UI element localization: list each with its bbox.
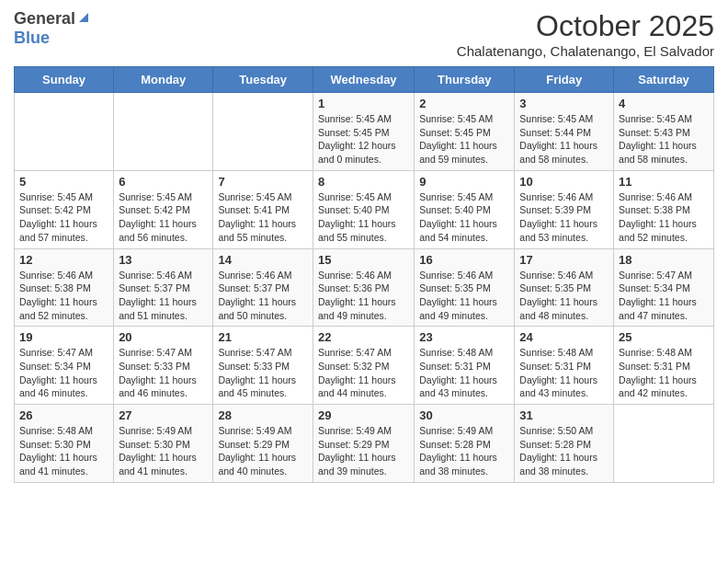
day-number: 18 [619,253,709,267]
calendar-cell: 16Sunrise: 5:46 AM Sunset: 5:35 PM Dayli… [415,248,515,327]
day-info: Sunrise: 5:46 AM Sunset: 5:35 PM Dayligh… [419,269,509,323]
calendar-cell: 4Sunrise: 5:45 AM Sunset: 5:43 PM Daylig… [614,93,714,171]
calendar-week-row: 5Sunrise: 5:45 AM Sunset: 5:42 PM Daylig… [15,170,714,248]
calendar-cell: 13Sunrise: 5:46 AM Sunset: 5:37 PM Dayli… [114,248,213,327]
calendar-cell: 26Sunrise: 5:48 AM Sunset: 5:30 PM Dayli… [15,405,114,483]
calendar-cell: 17Sunrise: 5:46 AM Sunset: 5:35 PM Dayli… [515,248,614,327]
day-info: Sunrise: 5:46 AM Sunset: 5:35 PM Dayligh… [519,269,609,323]
day-info: Sunrise: 5:45 AM Sunset: 5:40 PM Dayligh… [419,190,509,245]
page: General Blue October 2025 Chalatenango, … [0,0,728,563]
day-number: 3 [519,97,609,110]
calendar-cell: 28Sunrise: 5:49 AM Sunset: 5:29 PM Dayli… [213,405,313,483]
day-number: 4 [619,97,709,110]
logo-triangle-icon [77,11,90,28]
calendar-cell: 29Sunrise: 5:49 AM Sunset: 5:29 PM Dayli… [313,405,414,483]
day-number: 23 [419,330,509,344]
calendar-cell [114,93,213,171]
weekday-header-friday: Friday [515,67,614,93]
day-number: 2 [419,97,509,110]
calendar-cell: 27Sunrise: 5:49 AM Sunset: 5:30 PM Dayli… [114,405,213,483]
calendar-cell: 6Sunrise: 5:45 AM Sunset: 5:42 PM Daylig… [114,170,213,248]
day-info: Sunrise: 5:45 AM Sunset: 5:44 PM Dayligh… [519,112,609,167]
day-number: 16 [419,253,509,267]
calendar-cell: 24Sunrise: 5:48 AM Sunset: 5:31 PM Dayli… [515,327,614,405]
weekday-header-tuesday: Tuesday [213,67,313,93]
weekday-header-saturday: Saturday [614,67,714,93]
day-number: 7 [218,175,308,189]
weekday-header-row: SundayMondayTuesdayWednesdayThursdayFrid… [15,67,714,93]
day-number: 6 [119,175,208,189]
day-number: 9 [419,175,509,189]
calendar-cell: 25Sunrise: 5:48 AM Sunset: 5:31 PM Dayli… [614,327,714,405]
day-info: Sunrise: 5:46 AM Sunset: 5:36 PM Dayligh… [318,269,409,323]
calendar-cell: 8Sunrise: 5:45 AM Sunset: 5:40 PM Daylig… [313,170,414,248]
day-number: 31 [519,408,609,422]
day-info: Sunrise: 5:47 AM Sunset: 5:34 PM Dayligh… [19,346,108,400]
calendar-cell: 5Sunrise: 5:45 AM Sunset: 5:42 PM Daylig… [15,170,114,248]
day-number: 15 [318,253,409,267]
day-number: 10 [519,175,609,189]
calendar-cell: 31Sunrise: 5:50 AM Sunset: 5:28 PM Dayli… [515,405,614,483]
calendar-cell [213,93,313,171]
day-info: Sunrise: 5:48 AM Sunset: 5:30 PM Dayligh… [19,424,108,478]
calendar-cell: 23Sunrise: 5:48 AM Sunset: 5:31 PM Dayli… [415,327,515,405]
calendar-cell: 7Sunrise: 5:45 AM Sunset: 5:41 PM Daylig… [213,170,313,248]
day-info: Sunrise: 5:46 AM Sunset: 5:37 PM Dayligh… [119,269,208,323]
logo-blue-text: Blue [14,29,50,47]
day-info: Sunrise: 5:47 AM Sunset: 5:33 PM Dayligh… [119,346,208,400]
subtitle: Chalatenango, Chalatenango, El Salvador [457,43,714,59]
day-number: 17 [519,253,609,267]
day-info: Sunrise: 5:45 AM Sunset: 5:40 PM Dayligh… [318,190,409,245]
calendar-cell: 12Sunrise: 5:46 AM Sunset: 5:38 PM Dayli… [15,248,114,327]
day-info: Sunrise: 5:46 AM Sunset: 5:39 PM Dayligh… [519,190,609,245]
day-number: 13 [119,253,208,267]
day-info: Sunrise: 5:46 AM Sunset: 5:38 PM Dayligh… [19,269,108,323]
day-number: 21 [218,330,308,344]
calendar-week-row: 26Sunrise: 5:48 AM Sunset: 5:30 PM Dayli… [15,405,714,483]
calendar-cell: 10Sunrise: 5:46 AM Sunset: 5:39 PM Dayli… [515,170,614,248]
logo-general-text: General [14,9,75,29]
day-number: 14 [218,253,308,267]
day-info: Sunrise: 5:49 AM Sunset: 5:29 PM Dayligh… [318,424,409,478]
calendar-cell: 14Sunrise: 5:46 AM Sunset: 5:37 PM Dayli… [213,248,313,327]
header: General Blue October 2025 Chalatenango, … [14,9,714,59]
calendar-cell [15,93,114,171]
day-number: 25 [619,330,709,344]
calendar-cell: 3Sunrise: 5:45 AM Sunset: 5:44 PM Daylig… [515,93,614,171]
day-info: Sunrise: 5:47 AM Sunset: 5:34 PM Dayligh… [619,269,709,323]
day-number: 30 [419,408,509,422]
day-number: 19 [19,330,108,344]
day-number: 11 [619,175,709,189]
calendar-cell: 1Sunrise: 5:45 AM Sunset: 5:45 PM Daylig… [313,93,414,171]
calendar-cell: 30Sunrise: 5:49 AM Sunset: 5:28 PM Dayli… [415,405,515,483]
day-info: Sunrise: 5:49 AM Sunset: 5:28 PM Dayligh… [419,424,509,478]
day-number: 8 [318,175,409,189]
day-number: 5 [19,175,108,189]
calendar-cell [614,405,714,483]
day-info: Sunrise: 5:45 AM Sunset: 5:41 PM Dayligh… [218,190,308,245]
calendar-cell: 9Sunrise: 5:45 AM Sunset: 5:40 PM Daylig… [415,170,515,248]
calendar-cell: 22Sunrise: 5:47 AM Sunset: 5:32 PM Dayli… [313,327,414,405]
day-number: 20 [119,330,208,344]
calendar-table: SundayMondayTuesdayWednesdayThursdayFrid… [14,66,714,483]
day-info: Sunrise: 5:48 AM Sunset: 5:31 PM Dayligh… [419,346,509,400]
weekday-header-monday: Monday [114,67,213,93]
month-title: October 2025 [457,9,714,43]
svg-marker-0 [79,13,88,22]
day-number: 1 [318,97,409,110]
calendar-cell: 21Sunrise: 5:47 AM Sunset: 5:33 PM Dayli… [213,327,313,405]
calendar-cell: 19Sunrise: 5:47 AM Sunset: 5:34 PM Dayli… [15,327,114,405]
day-number: 22 [318,330,409,344]
title-block: October 2025 Chalatenango, Chalatenango,… [457,9,714,59]
day-info: Sunrise: 5:46 AM Sunset: 5:38 PM Dayligh… [619,190,709,245]
weekday-header-wednesday: Wednesday [313,67,414,93]
day-info: Sunrise: 5:48 AM Sunset: 5:31 PM Dayligh… [519,346,609,400]
day-info: Sunrise: 5:48 AM Sunset: 5:31 PM Dayligh… [619,346,709,400]
day-number: 24 [519,330,609,344]
day-number: 12 [19,253,108,267]
day-number: 27 [119,408,208,422]
calendar-cell: 18Sunrise: 5:47 AM Sunset: 5:34 PM Dayli… [614,248,714,327]
logo: General Blue [14,9,90,48]
day-info: Sunrise: 5:45 AM Sunset: 5:42 PM Dayligh… [19,190,108,245]
day-number: 29 [318,408,409,422]
